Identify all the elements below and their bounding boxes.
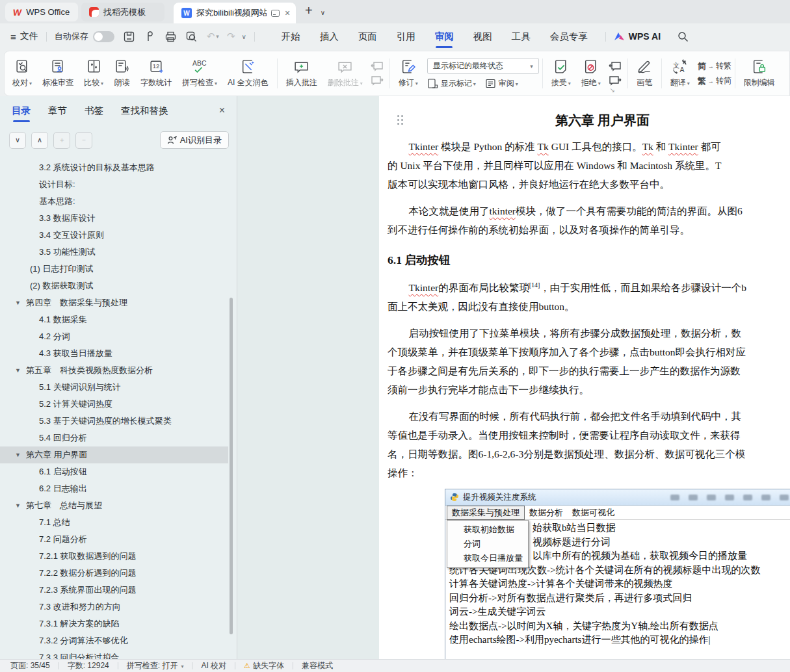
sidebar-tab[interactable]: 查找和替换 bbox=[121, 105, 168, 117]
compare-button[interactable]: 比较▾ bbox=[79, 58, 109, 88]
menu-tab[interactable]: 审阅 bbox=[425, 23, 464, 49]
sidebar-tab[interactable]: 书签 bbox=[85, 105, 103, 117]
review-panel-button[interactable]: 审阅▾ bbox=[485, 78, 518, 89]
menu-tab[interactable]: 会员专享 bbox=[540, 23, 598, 49]
missing-font-warning[interactable]: ⚠缺失字体 bbox=[244, 660, 284, 671]
document-page[interactable]: 第六章 用户界面 Tkinter 模块是 Python 的标准 Tk GUI 工… bbox=[379, 96, 790, 659]
chevron-expand-icon[interactable]: ▼ bbox=[15, 446, 21, 463]
app-dropdown-item[interactable]: 获取今日播放量 bbox=[447, 551, 528, 565]
menu-tab[interactable]: 页面 bbox=[349, 23, 387, 49]
search-icon[interactable] bbox=[678, 31, 689, 42]
export-pdf-button[interactable] bbox=[144, 31, 156, 43]
markup-state-dropdown[interactable]: 显示标记的最终状态▾ bbox=[427, 58, 539, 74]
tab-list-chevron-icon[interactable]: ∨ bbox=[321, 9, 325, 16]
tab-document[interactable]: W 探究bilibili视频网站视频关注 × bbox=[174, 3, 296, 23]
menu-tab[interactable]: 工具 bbox=[502, 23, 540, 49]
toc-item[interactable]: ▼ 6.2 日志输出 bbox=[0, 480, 228, 497]
app-menu-item[interactable]: 数据可视化 bbox=[568, 506, 619, 519]
spellcheck-indicator[interactable]: 拼写检查: 打开▾ bbox=[127, 660, 184, 671]
collapse-all-button[interactable]: ∨ bbox=[9, 132, 26, 149]
wps-ai-button[interactable]: WPS AI bbox=[614, 31, 661, 42]
toc-item[interactable]: ▼ 5.1 关键词识别与统计 bbox=[0, 379, 228, 396]
autosave-toggle[interactable] bbox=[93, 31, 114, 42]
menu-tab[interactable]: 引用 bbox=[387, 23, 425, 49]
app-dropdown-item[interactable]: 获取初始数据 bbox=[447, 523, 528, 537]
toc-item[interactable]: ▼ (2) 数据获取测试 bbox=[0, 278, 228, 294]
toc-item[interactable]: ▼ 7.2.3 系统界面出现的问题 bbox=[0, 582, 228, 599]
sidebar-close-icon[interactable]: × bbox=[219, 105, 225, 116]
toc-item[interactable]: ▼ 第五章 科技类视频热度数据分析 bbox=[0, 362, 228, 379]
dialog-launcher-icon[interactable]: ↘ bbox=[610, 86, 615, 94]
to-traditional-button[interactable]: 简→ 转繁 bbox=[698, 60, 731, 72]
compat-mode-indicator[interactable]: 兼容模式 bbox=[302, 660, 333, 671]
read-aloud-button[interactable]: 朗读 bbox=[109, 58, 135, 88]
toc-item[interactable]: ▼ 4.2 分词 bbox=[0, 328, 228, 345]
quickbar-chevron-icon[interactable]: ∨ bbox=[241, 33, 246, 40]
save-button[interactable] bbox=[123, 31, 135, 43]
toc-item[interactable]: ▼ 6.1 启动按钮 bbox=[0, 463, 228, 480]
toc-item[interactable]: ▼ 7.2.2 数据分析遇到的问题 bbox=[0, 565, 228, 582]
translate-button[interactable]: 文A 翻译▾ bbox=[665, 58, 695, 88]
toc-item[interactable]: ▼ 7.2.1 获取数据遇到的问题 bbox=[0, 548, 228, 565]
accept-change-button[interactable]: 接受▾ bbox=[546, 58, 576, 88]
tab-preview-icon[interactable] bbox=[271, 10, 280, 17]
toc-item[interactable]: ▼ 3.2 系统设计的目标及基本思路 bbox=[0, 159, 228, 176]
toc-item[interactable]: ▼ 7.2 问题分析 bbox=[0, 531, 228, 548]
chevron-expand-icon[interactable]: ▼ bbox=[15, 294, 21, 311]
next-comment-button[interactable] bbox=[371, 75, 384, 86]
word-count-button[interactable]: 12 字数统计 bbox=[135, 58, 177, 88]
toc-item[interactable]: ▼ (1) 日志打印测试 bbox=[0, 261, 228, 278]
tab-template-store[interactable]: 找稻壳模板 bbox=[81, 3, 165, 21]
standard-review-button[interactable]: 标准审查 bbox=[37, 58, 79, 88]
show-markup-button[interactable]: 显示标记▾ bbox=[427, 78, 476, 89]
toc-item[interactable]: ▼ 5.3 基于关键词热度的增长模式聚类 bbox=[0, 413, 228, 430]
toc-item[interactable]: ▼ 第四章 数据采集与预处理 bbox=[0, 294, 228, 311]
toc-item[interactable]: ▼ 基本思路: bbox=[0, 193, 228, 210]
app-menu-item[interactable]: 数据分析 bbox=[525, 506, 568, 519]
print-preview-button[interactable] bbox=[185, 31, 198, 43]
toc-item[interactable]: ▼ 第七章 总结与展望 bbox=[0, 497, 228, 514]
ai-recognize-toc-button[interactable]: AI识别目录 bbox=[160, 131, 229, 149]
ai-polish-button[interactable]: AI 全文润色 bbox=[222, 58, 274, 88]
zoom-in-level-button[interactable]: ＋ bbox=[53, 132, 70, 149]
redo-icon[interactable]: ↷ bbox=[227, 31, 235, 42]
toc-item[interactable]: ▼ 5.2 计算关键词热度 bbox=[0, 396, 228, 413]
page-indicator[interactable]: 页面: 35/45 bbox=[10, 660, 50, 671]
chevron-expand-icon[interactable]: ▼ bbox=[15, 497, 21, 514]
sidebar-tab[interactable]: 章节 bbox=[48, 105, 67, 117]
sidebar-tab[interactable]: 目录 bbox=[12, 105, 31, 117]
toc-item[interactable]: ▼ 4.1 数据采集 bbox=[0, 311, 228, 328]
delete-comment-button[interactable]: 删除批注▾ bbox=[323, 58, 368, 88]
menu-tab[interactable]: 视图 bbox=[464, 23, 502, 49]
toc-item[interactable]: ▼ 3.4 交互设计原则 bbox=[0, 227, 228, 244]
toc-item[interactable]: ▼ 7.1 总结 bbox=[0, 514, 228, 531]
app-menu-item[interactable]: 数据采集与预处理 bbox=[447, 506, 525, 520]
ink-brush-button[interactable]: 画笔 bbox=[631, 58, 658, 88]
tab-wps-office[interactable]: W WPS Office bbox=[5, 3, 78, 21]
previous-comment-button[interactable] bbox=[371, 61, 384, 71]
toc-item[interactable]: ▼ 4.3 获取当日播放量 bbox=[0, 345, 228, 362]
zoom-out-level-button[interactable]: － bbox=[75, 132, 92, 149]
sidebar-scrollbar[interactable] bbox=[230, 298, 233, 634]
app-dropdown-item[interactable]: 分词 bbox=[447, 537, 528, 551]
file-menu-button[interactable]: ≡ 文件 bbox=[10, 31, 38, 42]
new-tab-button[interactable]: + bbox=[305, 3, 313, 18]
print-button[interactable] bbox=[165, 31, 177, 43]
menu-tab[interactable]: 开始 bbox=[272, 23, 310, 49]
next-change-button[interactable] bbox=[609, 75, 622, 86]
spell-check-button[interactable]: ABC 拼写检查▾ bbox=[177, 58, 222, 88]
toc-item[interactable]: ▼ 5.4 回归分析 bbox=[0, 430, 228, 446]
toc-item[interactable]: ▼ 7.3.2 分词算法不够优化 bbox=[0, 632, 228, 649]
toc-item[interactable]: ▼ 第六章 用户界面 bbox=[0, 446, 228, 463]
tab-close-icon[interactable]: × bbox=[285, 8, 290, 18]
to-simplified-button[interactable]: 繁→ 转简 bbox=[698, 75, 731, 87]
proofread-button[interactable]: 校对▾ bbox=[7, 58, 37, 88]
undo-icon[interactable]: ↶ bbox=[207, 31, 215, 42]
toc-item[interactable]: ▼ 7.3 改进和努力的方向 bbox=[0, 599, 228, 615]
previous-change-button[interactable] bbox=[609, 61, 622, 71]
toc-item[interactable]: ▼ 3.5 功能性测试 bbox=[0, 244, 228, 261]
insert-comment-button[interactable]: 插入批注 bbox=[281, 58, 323, 88]
toc-item[interactable]: ▼ 7.3.1 解决方案的缺陷 bbox=[0, 615, 228, 632]
restrict-editing-button[interactable]: 限制编辑 bbox=[739, 58, 780, 88]
paragraph-drag-handle-icon[interactable] bbox=[397, 115, 406, 125]
